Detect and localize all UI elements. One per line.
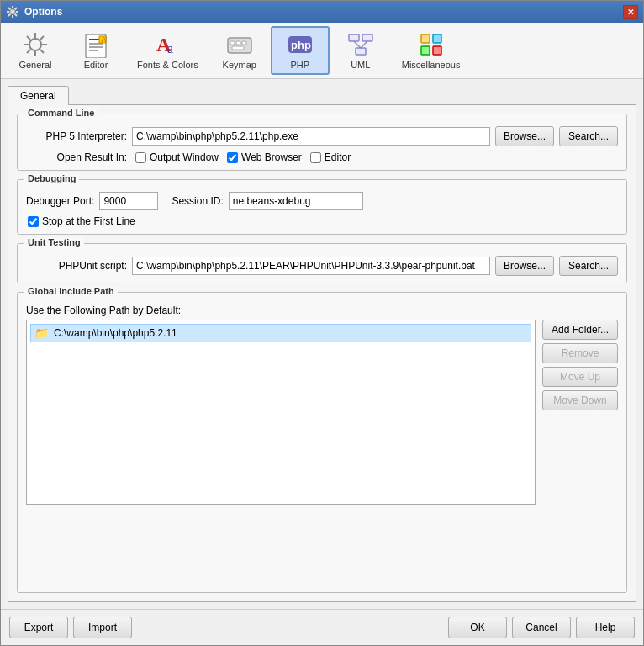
- interpreter-row: PHP 5 Interpreter: Browse... Search...: [26, 126, 618, 146]
- options-window: Options ✕ General: [0, 0, 644, 646]
- toolbar-item-miscellaneous[interactable]: Miscellaneous: [392, 26, 471, 75]
- global-include-group: Global Include Path Use the Following Pa…: [17, 292, 627, 593]
- folder-path-label: C:\wamp\bin\php\php5.2.11: [54, 327, 177, 339]
- php-label: PHP: [290, 60, 309, 70]
- tab-general[interactable]: General: [8, 86, 69, 105]
- content-area: General Command Line PHP 5 Interpreter: …: [1, 79, 643, 609]
- svg-rect-29: [242, 41, 246, 45]
- close-button[interactable]: ✕: [623, 5, 638, 19]
- interpreter-browse-button[interactable]: Browse...: [495, 126, 554, 146]
- toolbar-item-keymap[interactable]: Keymap: [210, 26, 269, 75]
- open-result-label: Open Result In:: [26, 151, 127, 163]
- svg-point-0: [10, 9, 15, 14]
- svg-rect-26: [228, 38, 251, 53]
- move-down-button[interactable]: Move Down: [542, 390, 618, 410]
- remove-button[interactable]: Remove: [542, 343, 618, 363]
- debugger-port-input[interactable]: [99, 192, 158, 210]
- toolbar-item-fonts-colors[interactable]: A a Fonts & Colors: [127, 26, 209, 75]
- editor-label: Editor: [325, 151, 351, 163]
- list-item[interactable]: 📁 C:\wamp\bin\php\php5.2.11: [30, 324, 531, 342]
- bottom-right-buttons: OK Cancel Help: [448, 617, 635, 638]
- debugger-port-label: Debugger Port:: [26, 195, 94, 207]
- bottom-bar: Export Import OK Cancel Help: [1, 609, 643, 645]
- phpunit-search-button[interactable]: Search...: [559, 256, 618, 276]
- keymap-label: Keymap: [223, 60, 256, 70]
- export-button[interactable]: Export: [9, 617, 68, 638]
- interpreter-input[interactable]: [132, 127, 490, 146]
- svg-line-6: [15, 14, 18, 17]
- use-following-path-label: Use the Following Path by Default:: [26, 304, 181, 316]
- stop-first-line-checkbox[interactable]: [28, 216, 39, 227]
- interpreter-search-button[interactable]: Search...: [559, 126, 618, 146]
- general-label: General: [18, 60, 51, 70]
- phpunit-browse-button[interactable]: Browse...: [495, 256, 554, 276]
- global-include-list-area: 📁 C:\wamp\bin\php\php5.2.11: [26, 320, 536, 505]
- miscellaneous-icon: [418, 31, 445, 58]
- svg-line-14: [27, 36, 30, 40]
- add-folder-button[interactable]: Add Folder...: [542, 320, 618, 340]
- svg-line-5: [8, 8, 11, 10]
- svg-rect-33: [349, 34, 359, 41]
- help-button[interactable]: Help: [576, 617, 635, 638]
- general-icon: [22, 31, 49, 58]
- uml-icon: [347, 31, 374, 58]
- toolbar-item-general[interactable]: General: [6, 26, 65, 75]
- editor-icon: A: [82, 31, 109, 58]
- import-button[interactable]: Import: [73, 617, 132, 638]
- session-id-input[interactable]: [229, 192, 363, 210]
- toolbar-item-php[interactable]: php PHP: [271, 26, 330, 75]
- move-up-button[interactable]: Move Up: [542, 367, 618, 387]
- web-browser-label: Web Browser: [241, 151, 302, 163]
- stop-first-line-row: Stop at the First Line: [26, 215, 618, 227]
- global-include-label: Global Include Path: [24, 286, 118, 296]
- svg-rect-38: [421, 34, 430, 43]
- svg-line-16: [40, 36, 44, 40]
- web-browser-checkbox-label[interactable]: Web Browser: [227, 151, 302, 163]
- interpreter-label: PHP 5 Interpreter:: [26, 130, 127, 142]
- window-title: Options: [24, 6, 62, 18]
- output-window-label: Output Window: [150, 151, 219, 163]
- open-result-row: Open Result In: Output Window Web Browse…: [26, 151, 618, 163]
- debugging-label: Debugging: [24, 173, 79, 183]
- toolbar-item-uml[interactable]: UML: [331, 26, 390, 75]
- ok-button[interactable]: OK: [448, 617, 507, 638]
- svg-line-8: [8, 14, 11, 17]
- stop-first-line-checkbox-label[interactable]: Stop at the First Line: [26, 215, 135, 227]
- toolbar: General A Editor A a: [1, 23, 643, 79]
- svg-line-17: [27, 50, 30, 53]
- cancel-button[interactable]: Cancel: [512, 617, 571, 638]
- svg-rect-28: [236, 41, 240, 45]
- web-browser-checkbox[interactable]: [227, 152, 238, 163]
- editor-checkbox[interactable]: [310, 152, 321, 163]
- phpunit-script-label: PHPUnit script:: [26, 260, 127, 272]
- svg-rect-34: [362, 34, 372, 41]
- svg-line-37: [361, 41, 367, 48]
- svg-line-7: [15, 8, 18, 10]
- unit-testing-label: Unit Testing: [24, 237, 84, 247]
- output-window-checkbox[interactable]: [135, 152, 146, 163]
- title-bar: Options ✕: [1, 1, 643, 23]
- folder-list: 📁 C:\wamp\bin\php\php5.2.11: [26, 320, 536, 505]
- miscellaneous-label: Miscellaneous: [402, 60, 461, 70]
- svg-point-9: [29, 39, 41, 50]
- open-result-options: Output Window Web Browser Editor: [132, 151, 351, 163]
- svg-rect-27: [230, 41, 235, 45]
- fonts-colors-label: Fonts & Colors: [137, 60, 198, 70]
- php-icon: php: [287, 31, 314, 58]
- keymap-icon: [226, 31, 253, 58]
- tab-bar: General: [8, 86, 636, 105]
- tab-content: Command Line PHP 5 Interpreter: Browse..…: [8, 104, 636, 602]
- output-window-checkbox-label[interactable]: Output Window: [135, 151, 219, 163]
- svg-line-15: [40, 50, 44, 53]
- editor-checkbox-label[interactable]: Editor: [310, 151, 351, 163]
- phpunit-script-input[interactable]: [132, 257, 490, 275]
- command-line-label: Command Line: [24, 108, 98, 118]
- global-include-body: 📁 C:\wamp\bin\php\php5.2.11 Add Folder..…: [26, 320, 618, 505]
- svg-line-36: [354, 41, 361, 48]
- command-line-group: Command Line PHP 5 Interpreter: Browse..…: [17, 114, 627, 171]
- fonts-colors-icon: A a: [154, 31, 181, 58]
- svg-rect-35: [356, 48, 366, 55]
- svg-rect-30: [232, 46, 244, 50]
- toolbar-item-editor[interactable]: A Editor: [66, 26, 125, 75]
- debugging-group: Debugging Debugger Port: Session ID: Sto…: [17, 179, 627, 235]
